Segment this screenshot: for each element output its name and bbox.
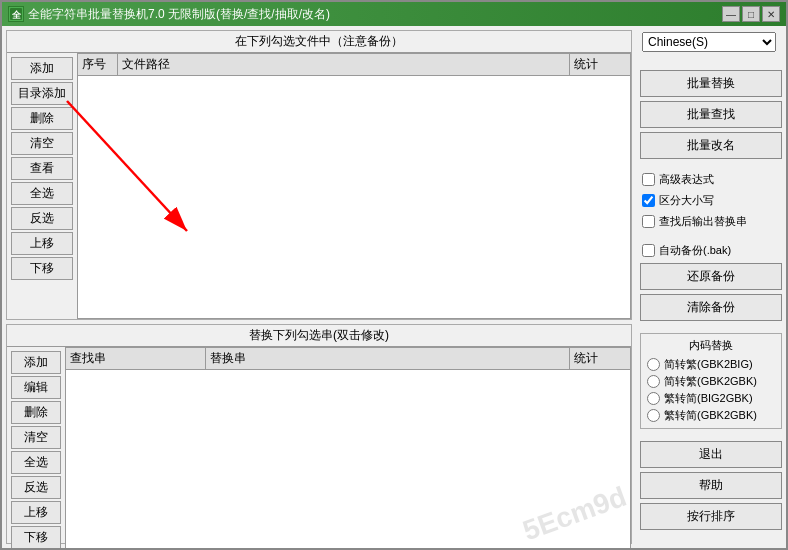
- svg-text:全: 全: [12, 10, 22, 20]
- top-section-body: 添加 目录添加 删除 清空 查看 全选 反选 上移 下移 序号: [7, 53, 631, 319]
- auto-backup-label: 自动备份(.bak): [659, 243, 731, 258]
- radio-simp-to-gbk-label: 简转繁(GBK2GBK): [664, 374, 757, 389]
- left-panel: 在下列勾选文件中（注意备份） 添加 目录添加 删除 清空 查看 全选 反选 上移…: [2, 26, 636, 548]
- bottom-col-replace: 替换串: [206, 348, 570, 369]
- restore-backup-button[interactable]: 还原备份: [640, 263, 782, 290]
- bottom-select-all-button[interactable]: 全选: [11, 451, 61, 474]
- batch-replace-button[interactable]: 批量替换: [640, 70, 782, 97]
- spacer3: [640, 234, 782, 238]
- title-bar-left: 全 全能字符串批量替换机7.0 无限制版(替换/查找/抽取/改名): [8, 6, 330, 23]
- bottom-section: 替换下列勾选串(双击修改) 添加 编辑 删除 清空 全选 反选 上移 下移 导入…: [6, 324, 632, 544]
- radio-trad-to-gbk-label: 繁转简(GBK2GBK): [664, 408, 757, 423]
- bottom-add-button[interactable]: 添加: [11, 351, 61, 374]
- show-after-replace-checkbox[interactable]: [642, 215, 655, 228]
- right-panel: Chinese(S) Chinese(T) English Japanese 批…: [636, 26, 786, 548]
- bottom-col-find: 查找串: [66, 348, 206, 369]
- bottom-col-stat: 统计: [570, 348, 630, 369]
- top-clear-button[interactable]: 清空: [11, 132, 73, 155]
- bottom-edit-button[interactable]: 编辑: [11, 376, 61, 399]
- exit-button[interactable]: 退出: [640, 441, 782, 468]
- main-content: 在下列勾选文件中（注意备份） 添加 目录添加 删除 清空 查看 全选 反选 上移…: [2, 26, 786, 548]
- bottom-table-body[interactable]: [66, 370, 630, 548]
- top-section-title: 在下列勾选文件中（注意备份）: [7, 31, 631, 53]
- top-dir-add-button[interactable]: 目录添加: [11, 82, 73, 105]
- radio-simp-to-big[interactable]: [647, 358, 660, 371]
- case-sensitive-checkbox[interactable]: [642, 194, 655, 207]
- radio-simp-to-big-label: 简转繁(GBK2BIG): [664, 357, 753, 372]
- advanced-regex-row: 高级表达式: [640, 171, 782, 188]
- radio-trad-to-big-label: 繁转简(BIG2GBK): [664, 391, 753, 406]
- title-controls: — □ ✕: [722, 6, 780, 22]
- top-move-down-button[interactable]: 下移: [11, 257, 73, 280]
- show-after-replace-label: 查找后输出替换串: [659, 214, 747, 229]
- spacer5: [640, 433, 782, 437]
- top-table-body[interactable]: [78, 76, 630, 318]
- minimize-button[interactable]: —: [722, 6, 740, 22]
- bottom-invert-button[interactable]: 反选: [11, 476, 61, 499]
- bottom-section-title: 替换下列勾选串(双击修改): [7, 325, 631, 347]
- main-window: 全 全能字符串批量替换机7.0 无限制版(替换/查找/抽取/改名) — □ ✕ …: [0, 0, 788, 550]
- advanced-regex-checkbox[interactable]: [642, 173, 655, 186]
- app-icon: 全: [8, 6, 24, 22]
- radio-simp-to-gbk[interactable]: [647, 375, 660, 388]
- svg-line-3: [78, 101, 187, 231]
- window-title: 全能字符串批量替换机7.0 无限制版(替换/查找/抽取/改名): [28, 6, 330, 23]
- clear-backup-button[interactable]: 清除备份: [640, 294, 782, 321]
- bottom-move-down-button[interactable]: 下移: [11, 526, 61, 548]
- top-section: 在下列勾选文件中（注意备份） 添加 目录添加 删除 清空 查看 全选 反选 上移…: [6, 30, 632, 320]
- auto-backup-checkbox[interactable]: [642, 244, 655, 257]
- top-table-header: 序号 文件路径 统计: [78, 54, 630, 76]
- case-sensitive-row: 区分大小写: [640, 192, 782, 209]
- help-button[interactable]: 帮助: [640, 472, 782, 499]
- inner-code-label: 内码替换: [645, 338, 777, 353]
- top-btn-column: 添加 目录添加 删除 清空 查看 全选 反选 上移 下移: [7, 53, 77, 319]
- batch-find-button[interactable]: 批量查找: [640, 101, 782, 128]
- radio-trad-to-big-row: 繁转简(BIG2GBK): [645, 390, 777, 407]
- top-col-path: 文件路径: [118, 54, 570, 75]
- bottom-move-up-button[interactable]: 上移: [11, 501, 61, 524]
- top-view-button[interactable]: 查看: [11, 157, 73, 180]
- language-select[interactable]: Chinese(S) Chinese(T) English Japanese: [642, 32, 776, 52]
- top-col-num: 序号: [78, 54, 118, 75]
- inner-code-section: 内码替换 简转繁(GBK2BIG) 简转繁(GBK2GBK) 繁转简(BIG2G…: [640, 333, 782, 429]
- case-sensitive-label: 区分大小写: [659, 193, 714, 208]
- advanced-regex-label: 高级表达式: [659, 172, 714, 187]
- batch-rename-button[interactable]: 批量改名: [640, 132, 782, 159]
- spacer1: [640, 58, 782, 66]
- maximize-button[interactable]: □: [742, 6, 760, 22]
- show-after-replace-row: 查找后输出替换串: [640, 213, 782, 230]
- top-select-all-button[interactable]: 全选: [11, 182, 73, 205]
- arrow-annotation: [78, 91, 217, 251]
- close-button[interactable]: ✕: [762, 6, 780, 22]
- language-row: Chinese(S) Chinese(T) English Japanese: [640, 30, 782, 54]
- radio-trad-to-gbk[interactable]: [647, 409, 660, 422]
- title-bar: 全 全能字符串批量替换机7.0 无限制版(替换/查找/抽取/改名) — □ ✕: [2, 2, 786, 26]
- bottom-delete-button[interactable]: 删除: [11, 401, 61, 424]
- top-col-stat: 统计: [570, 54, 630, 75]
- top-add-button[interactable]: 添加: [11, 57, 73, 80]
- top-invert-button[interactable]: 反选: [11, 207, 73, 230]
- bottom-table-header: 查找串 替换串 统计: [66, 348, 630, 370]
- bottom-btn-column: 添加 编辑 删除 清空 全选 反选 上移 下移 导入 导出: [7, 347, 65, 548]
- auto-backup-row: 自动备份(.bak): [640, 242, 782, 259]
- bottom-clear-button[interactable]: 清空: [11, 426, 61, 449]
- spacer2: [640, 163, 782, 167]
- radio-simp-to-big-row: 简转繁(GBK2BIG): [645, 356, 777, 373]
- spacer4: [640, 325, 782, 329]
- top-table: 序号 文件路径 统计: [77, 53, 631, 319]
- bottom-table: 查找串 替换串 统计: [65, 347, 631, 548]
- top-delete-button[interactable]: 删除: [11, 107, 73, 130]
- sort-button[interactable]: 按行排序: [640, 503, 782, 530]
- bottom-section-body: 添加 编辑 删除 清空 全选 反选 上移 下移 导入 导出 查找: [7, 347, 631, 548]
- radio-trad-to-big[interactable]: [647, 392, 660, 405]
- radio-simp-to-gbk-row: 简转繁(GBK2GBK): [645, 373, 777, 390]
- top-move-up-button[interactable]: 上移: [11, 232, 73, 255]
- radio-trad-to-gbk-row: 繁转简(GBK2GBK): [645, 407, 777, 424]
